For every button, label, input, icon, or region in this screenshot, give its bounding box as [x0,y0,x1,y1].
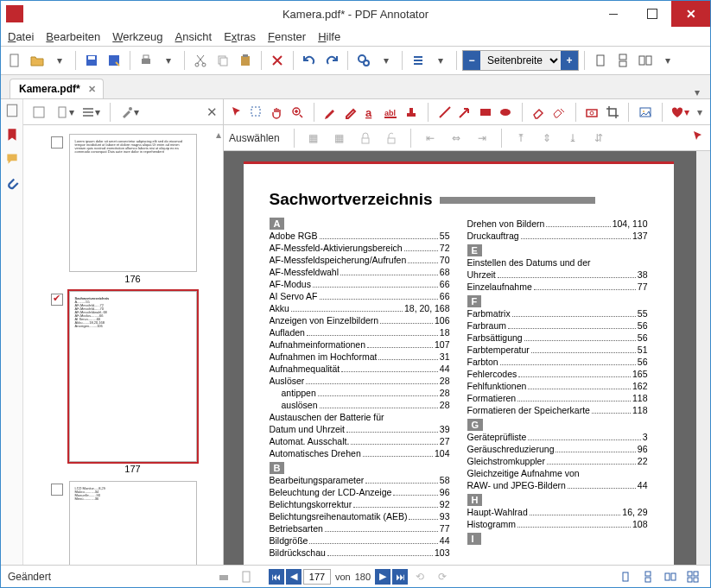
thumbnail-177[interactable]: SachwortverzeichnisA.........55AF-Messfe… [69,291,197,462]
paste-button[interactable] [235,50,256,71]
nav-fwd-button[interactable]: ⟳ [432,566,453,587]
menu-bearbeiten[interactable]: Bearbeiten [46,30,100,43]
align-bottom-button[interactable]: ⤓ [562,128,583,149]
menu-hilfe[interactable]: Hilfe [318,30,340,43]
tab-close-icon[interactable]: ✕ [88,84,96,95]
page-number-input[interactable] [303,569,331,585]
cut-button[interactable] [190,50,211,71]
align-right-button[interactable]: ⇥ [472,128,492,149]
view-two-icon[interactable] [660,566,681,587]
eraser-tool[interactable] [531,102,547,123]
view-thumb-button[interactable]: ▾ [80,102,101,123]
vertical-scrollbar[interactable] [696,151,710,565]
sidetab-attachment-icon[interactable] [4,175,20,191]
thumbnail-178[interactable]: LCD Monitor.....8,29Makro...........34Ma… [69,481,197,565]
nav-back-button[interactable]: ⟲ [409,566,430,587]
lasso-tool[interactable] [250,102,265,123]
distribute-button[interactable]: ⇵ [588,128,609,149]
thumbnail-176[interactable]: Lorem ipsum dolor sit amet consectetur a… [69,134,197,272]
align-left-icon[interactable]: ▦ [303,128,324,149]
pan-tool[interactable] [270,102,285,123]
ellipse-tool[interactable] [498,102,513,123]
sidetab-bookmark-icon[interactable] [4,127,20,142]
snapshot-tool[interactable] [584,102,600,123]
continuous-page-button[interactable] [613,50,633,71]
page-status-icon[interactable] [236,566,257,587]
menu-datei[interactable]: Datei [8,30,34,43]
align-hcenter-button[interactable]: ⇔ [446,128,467,149]
copy-button[interactable] [213,50,233,71]
erase-all-tool[interactable] [551,102,567,123]
image-tool[interactable] [638,102,653,123]
pen-tool[interactable] [323,102,339,123]
favorite-tool[interactable]: ▾ [670,102,689,123]
last-page-button[interactable]: ⏭ [392,569,408,585]
find-button[interactable] [353,50,374,71]
close-button[interactable]: ✕ [671,1,710,27]
prev-page-button[interactable]: ◀ [286,569,302,585]
dropdown-open[interactable]: ▾ [49,50,70,71]
lock-icon[interactable] [355,128,376,149]
align-top-button[interactable]: ⤒ [511,128,531,149]
maximize-button[interactable] [632,1,671,27]
zoom-tool[interactable] [290,102,306,123]
stamp-tool[interactable] [404,102,420,123]
print-dropdown[interactable]: ▾ [158,50,179,71]
new-page-thumb-button[interactable]: ▾ [54,102,75,123]
list-dropdown[interactable]: ▾ [430,50,451,71]
text-tool[interactable]: a [364,102,379,123]
delete-button[interactable] [267,50,288,71]
toolbar-overflow[interactable]: ▾ [695,106,705,118]
layout-dropdown[interactable]: ▾ [657,50,678,71]
single-page-button[interactable] [590,50,611,71]
thumbnail-178-checkbox[interactable] [51,484,63,496]
thumbnail-list[interactable]: ▴ Lorem ipsum dolor sit amet consectetur… [23,125,223,565]
thumbnail-177-checkbox[interactable] [51,294,63,306]
list-button[interactable] [408,50,429,71]
redo-button[interactable] [321,50,342,71]
zoom-select[interactable]: Seitenbreite [480,51,561,70]
undo-button[interactable] [299,50,320,71]
page-viewport[interactable]: Sachwortverzeichnis AAdobe RGB55AF-Messf… [224,151,696,565]
menu-extras[interactable]: Extras [224,30,256,43]
zoom-control[interactable]: − Seitenbreite + [462,50,579,71]
save-as-button[interactable] [104,50,124,71]
rectangle-tool[interactable] [478,102,493,123]
print-status-icon[interactable] [213,566,234,587]
open-button[interactable] [27,50,48,71]
align-vcenter-button[interactable]: ⇕ [536,128,557,149]
two-page-button[interactable] [635,50,656,71]
view-continuous-icon[interactable] [638,566,658,587]
select-tool[interactable] [229,102,244,123]
first-page-button[interactable]: ⏮ [269,569,284,585]
menu-fenster[interactable]: Fenster [268,30,306,43]
zoom-out-button[interactable]: − [463,51,480,70]
select-all-thumb-button[interactable] [29,102,49,123]
view-grid-icon[interactable] [682,566,703,587]
align-center-icon[interactable]: ▦ [329,128,350,149]
highlight-tool[interactable]: abl [384,102,399,123]
menu-ansicht[interactable]: Ansicht [175,30,213,43]
unlock-icon[interactable] [381,128,402,149]
menu-werkzeug[interactable]: Werkzeug [112,30,162,43]
close-thumbnails-button[interactable]: ✕ [206,104,218,120]
tab-overflow-button[interactable]: ▾ [689,86,710,98]
zoom-in-button[interactable]: + [561,51,578,70]
crop-tool[interactable] [605,102,620,123]
sidetab-pages-icon[interactable] [4,103,20,118]
find-dropdown[interactable]: ▾ [376,50,397,71]
view-single-icon[interactable] [615,566,636,587]
tools-thumb-button[interactable]: ▾ [119,102,140,123]
arrow-tool[interactable] [457,102,473,123]
next-page-button[interactable]: ▶ [375,569,390,585]
marker-tool[interactable] [343,102,359,123]
minimize-button[interactable] [594,1,632,27]
line-tool[interactable] [437,102,453,123]
align-left-button[interactable]: ⇤ [420,128,441,149]
document-tab[interactable]: Kamera.pdf* ✕ [10,79,104,98]
print-button[interactable] [136,50,156,71]
thumbnail-176-checkbox[interactable] [51,136,63,149]
sidetab-annotation-icon[interactable] [4,151,20,167]
new-button[interactable] [4,50,25,71]
save-button[interactable] [81,50,102,71]
